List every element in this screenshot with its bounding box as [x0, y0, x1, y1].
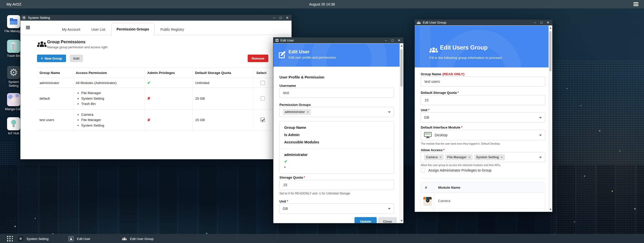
remove-tag-icon[interactable]: ✕ [468, 156, 471, 159]
group-tag-administrator[interactable]: administrator✕ [283, 109, 311, 115]
select-checkbox[interactable] [261, 96, 265, 101]
scrollbar[interactable] [400, 44, 403, 223]
module-tag-camera[interactable]: Camera✕ [424, 154, 444, 160]
close-button[interactable]: ✕ [284, 15, 291, 21]
clock-label: August 26 14:38 [309, 2, 335, 6]
edit-group-button[interactable]: Edit [70, 55, 83, 62]
default-interface-module-label: Default Interface Module* [421, 126, 462, 129]
maximize-button[interactable]: □ [277, 15, 284, 21]
group-name-cell: administrator [37, 78, 73, 88]
permission-groups-page: Group Permissions Manage group permissio… [20, 35, 292, 159]
header-title: Edit Users Group [440, 44, 488, 51]
default-storage-quota-field[interactable] [421, 95, 545, 105]
scroll-down-icon[interactable] [401, 220, 403, 222]
update-button[interactable]: Update [355, 217, 377, 223]
divider [421, 179, 545, 179]
admin-cross-icon: ✘ [147, 118, 151, 122]
interface-module-help-text: The module that the user land once they … [421, 142, 500, 145]
tab-user-list[interactable]: User List [86, 24, 110, 35]
assign-admin-checkbox-row[interactable]: Assign Administrator Privileges to Group [421, 168, 492, 173]
assign-admin-checkbox[interactable] [421, 168, 425, 173]
unit-dropdown[interactable]: GB [421, 112, 545, 123]
col-header-module-name: Module Name [434, 186, 460, 189]
tab-my-account[interactable]: My Account [57, 24, 85, 35]
header-subtitle: Edit user profile and permissions [288, 56, 336, 59]
info-group-name: administrator [284, 151, 389, 158]
module-tag-system-setting[interactable]: System Setting✕ [474, 154, 505, 160]
username-field[interactable] [279, 88, 394, 98]
new-group-button[interactable]: + New Group [37, 55, 66, 62]
minimize-button[interactable]: – [532, 20, 538, 25]
settings-tab-bar: My Account User List Permission Groups P… [20, 21, 292, 35]
quota-cell: 15 GB [192, 109, 254, 131]
minimize-button[interactable]: – [383, 37, 389, 43]
scrollbar[interactable] [549, 26, 552, 212]
is-admin-check-icon: ✔ [284, 158, 389, 165]
scroll-down-icon[interactable] [550, 209, 552, 210]
access-cell: Camera File Manager System Setting [73, 109, 145, 131]
taskbar-item-edit-user[interactable]: Edit User [69, 234, 90, 243]
scrollbar-thumb[interactable] [549, 31, 552, 71]
tab-permission-groups[interactable]: Permission Groups [111, 23, 154, 35]
unit-dropdown[interactable]: GB [279, 204, 394, 214]
maximize-button[interactable]: □ [389, 37, 396, 43]
scroll-up-icon[interactable] [550, 27, 552, 29]
col-header-number: # [421, 182, 434, 193]
gear-icon: ⚙ [18, 236, 23, 241]
chevron-down-icon [388, 111, 391, 113]
edit-pencil-icon [278, 50, 287, 59]
edit-user-titlebar[interactable]: Edit User – □ ✕ [273, 37, 403, 43]
module-row-partial [421, 209, 545, 212]
app-launcher-grid-icon[interactable] [7, 236, 13, 241]
maximize-button[interactable]: □ [538, 20, 545, 25]
header-subtitle: Fill in the following group information … [429, 56, 502, 60]
select-checkbox[interactable] [261, 81, 265, 85]
taskbar-item-system-setting[interactable]: ⚙ System Setting [18, 234, 48, 243]
col-header-group-name: Group Name [37, 68, 73, 78]
sidebar-toggle-hamburger-icon[interactable] [26, 26, 30, 29]
menu-hamburger-icon[interactable] [633, 2, 638, 6]
close-dialog-button[interactable]: Close [378, 217, 397, 223]
accessible-modules-value: * [284, 165, 389, 171]
table-row: default File Manager System Setting Tras… [37, 88, 286, 109]
storage-quota-field[interactable] [279, 180, 394, 190]
system-setting-titlebar[interactable]: ⚙ System Setting – □ ✕ [20, 15, 292, 21]
allow-access-multiselect[interactable]: Camera✕ File Manager✕ System Setting✕ [421, 152, 545, 162]
taskbar-item-edit-user-group[interactable]: Edit User Group [122, 234, 153, 243]
permission-groups-multiselect[interactable]: administrator✕ [279, 107, 394, 117]
camera-icon [424, 197, 432, 205]
remove-tag-icon[interactable]: ✕ [439, 156, 442, 159]
table-header-row: Group Name Access Permission Admin Privi… [37, 68, 286, 78]
access-cell: All Modules (Administrator) [73, 78, 145, 88]
close-button[interactable]: ✕ [396, 37, 402, 43]
info-header: Is Admin [284, 131, 389, 139]
group-permissions-table: Group Name Access Permission Admin Privi… [37, 68, 286, 131]
trash-icon [7, 40, 20, 53]
storage-quota-label: Storage Quota* [279, 176, 305, 179]
remove-tag-icon[interactable]: ✕ [307, 110, 309, 114]
minimize-button[interactable]: – [271, 15, 277, 21]
scroll-up-icon[interactable] [401, 45, 403, 47]
admin-cross-icon: ✘ [147, 96, 151, 100]
edit-users-group-header: Edit Users Group Fill in the following g… [415, 26, 549, 67]
user-portrait-icon [69, 236, 74, 241]
remove-group-button[interactable]: Remove [248, 55, 268, 62]
group-info-box: Group Name Is Admin Accessible Modules a… [279, 121, 394, 174]
close-button[interactable]: ✕ [545, 20, 551, 25]
scrollbar-thumb[interactable] [400, 49, 403, 87]
module-tag-file-manager[interactable]: File Manager✕ [445, 154, 473, 160]
module-table-header: # Module Name [421, 182, 545, 193]
edit-user-group-titlebar[interactable]: Edit User Group – □ ✕ [415, 20, 552, 25]
remove-tag-icon[interactable]: ✕ [501, 156, 503, 159]
group-name-cell: default [37, 88, 73, 109]
users-group-icon [417, 21, 421, 24]
default-interface-module-dropdown[interactable]: Desktop [421, 130, 545, 140]
tab-public-registry[interactable]: Public Registry [155, 24, 189, 35]
top-bar: My ArOZ August 26 14:38 [0, 0, 644, 9]
group-name-field[interactable] [421, 76, 545, 87]
allow-access-label: Allow Access* [421, 148, 445, 152]
edit-user-window: Edit User – □ ✕ Edit User Edit user prof… [273, 37, 404, 223]
select-checkbox[interactable] [261, 118, 265, 122]
storage-quota-help-text: Set to 0 for READONLY and -1 for Unlimit… [279, 192, 350, 195]
users-group-icon [37, 40, 47, 48]
